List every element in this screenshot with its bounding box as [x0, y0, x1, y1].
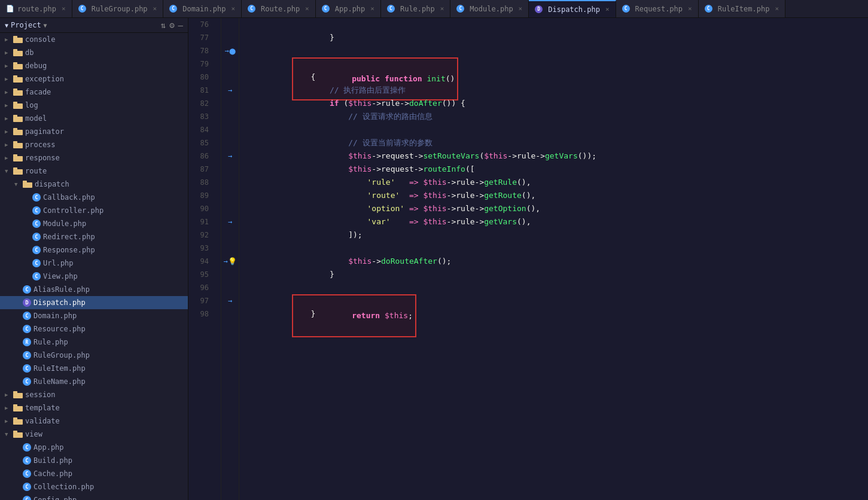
tab-rulegroup[interactable]: C RuleGroup.php ×	[72, 0, 164, 18]
svg-rect-7	[13, 75, 17, 78]
tab-close-domain[interactable]: ×	[231, 5, 235, 13]
sidebar-item-url[interactable]: C Url.php	[0, 257, 188, 270]
code-editor[interactable]: 76 77 78 79 80 81 82 83 84 85 86 87 88 8…	[188, 18, 868, 500]
breakpoint-78[interactable]: ⬤	[229, 48, 236, 54]
sidebar-item-build[interactable]: C Build.php	[0, 454, 188, 467]
svg-rect-21	[13, 167, 17, 170]
sidebar-item-validate[interactable]: ▶ validate	[0, 414, 188, 428]
sidebar-item-app[interactable]: C App.php	[0, 441, 188, 454]
tab-close-dispatch[interactable]: ×	[605, 5, 610, 13]
sidebar-item-response[interactable]: ▶ response	[0, 151, 188, 164]
code-line-96: return $this;	[245, 281, 868, 294]
svg-rect-22	[23, 182, 32, 188]
sidebar-item-rulename[interactable]: C RuleName.php	[0, 375, 188, 388]
gutter: → ⬤ → → →	[221, 18, 239, 500]
svg-rect-12	[13, 117, 23, 122]
tab-domain[interactable]: C Domain.php ×	[163, 0, 242, 18]
tab-dispatch[interactable]: D Dispatch.php ×	[529, 0, 616, 18]
sidebar-item-rulegroup-file[interactable]: C RuleGroup.php	[0, 349, 188, 362]
svg-rect-11	[13, 102, 17, 104]
sidebar-item-template[interactable]: ▶ template	[0, 401, 188, 414]
sidebar-item-callback[interactable]: C Callback.php	[0, 191, 188, 204]
tab-close-request[interactable]: ×	[688, 5, 692, 13]
sidebar-item-ruleitem-file[interactable]: C RuleItem.php	[0, 362, 188, 375]
tab-request[interactable]: C Request.php ×	[616, 0, 699, 18]
svg-rect-27	[13, 404, 17, 407]
gutter-arrow-94: →	[223, 257, 227, 266]
svg-rect-9	[13, 89, 17, 91]
sidebar-item-response-dispatch[interactable]: C Response.php	[0, 243, 188, 257]
settings-icon[interactable]: ⚙	[169, 20, 174, 30]
tab-close-app[interactable]: ×	[370, 5, 374, 13]
svg-rect-26	[13, 406, 23, 411]
sidebar-item-view-dispatch[interactable]: C View.php	[0, 270, 188, 283]
svg-rect-10	[13, 103, 23, 109]
tab-close-module[interactable]: ×	[519, 5, 523, 13]
sidebar-item-route[interactable]: ▼ route	[0, 164, 188, 178]
sidebar-item-controller-dispatch[interactable]: C Controller.php	[0, 204, 188, 217]
minimize-icon[interactable]: —	[178, 20, 183, 30]
collapse-all-icon[interactable]: ⇅	[161, 20, 166, 30]
sidebar-item-module-dispatch[interactable]: C Module.php	[0, 217, 188, 230]
sidebar-item-collection[interactable]: C Collection.php	[0, 480, 188, 493]
svg-rect-13	[13, 115, 17, 117]
tab-ruleitem[interactable]: C RuleItem.php ×	[699, 0, 785, 18]
sidebar-item-paginator[interactable]: ▶ paginator	[0, 125, 188, 138]
sidebar-item-resource[interactable]: C Resource.php	[0, 322, 188, 336]
sidebar-item-console[interactable]: ▶ console	[0, 33, 188, 46]
sidebar-item-view[interactable]: ▼ view	[0, 428, 188, 441]
tab-close-rulegroup[interactable]: ×	[153, 5, 157, 13]
svg-rect-19	[13, 154, 17, 157]
sidebar-item-debug[interactable]: ▶ debug	[0, 59, 188, 72]
code-line-77	[245, 31, 868, 44]
sidebar-item-cache[interactable]: C Cache.php	[0, 467, 188, 480]
svg-rect-5	[13, 62, 17, 65]
tab-app[interactable]: C App.php ×	[316, 0, 381, 18]
sidebar-item-process[interactable]: ▶ process	[0, 138, 188, 151]
gutter-arrow-78: →	[224, 47, 229, 55]
tab-close-route[interactable]: ×	[62, 5, 66, 13]
svg-rect-30	[13, 432, 23, 438]
sidebar-header: ▼ Project ▼ ⇅ ⚙ —	[0, 18, 188, 33]
svg-rect-15	[13, 128, 17, 130]
code-line-95	[245, 268, 868, 281]
svg-rect-25	[13, 391, 17, 394]
svg-rect-3	[13, 49, 17, 51]
svg-rect-24	[13, 393, 23, 398]
sidebar-item-rule-file[interactable]: R Rule.php	[0, 336, 188, 349]
svg-rect-17	[13, 141, 17, 144]
sidebar-item-model[interactable]: ▶ model	[0, 112, 188, 125]
tab-close-route2[interactable]: ×	[305, 5, 309, 13]
sidebar-item-dispatch-folder[interactable]: ▼ dispatch	[0, 178, 188, 191]
sidebar-item-session[interactable]: ▶ session	[0, 388, 188, 401]
tab-rule[interactable]: C Rule.php ×	[381, 0, 450, 18]
code-line-84: // 设置当前请求的参数	[245, 123, 868, 136]
sidebar-item-redirect[interactable]: C Redirect.php	[0, 230, 188, 243]
tab-route2[interactable]: C Route.php ×	[242, 0, 316, 18]
sidebar: ▼ Project ▼ ⇅ ⚙ — ▶ console ▶ db ▶ debug	[0, 18, 188, 500]
code-content: } public function init() { //	[239, 18, 868, 500]
tab-close-rule[interactable]: ×	[440, 5, 444, 13]
sidebar-item-exception[interactable]: ▶ exception	[0, 72, 188, 86]
sidebar-item-config[interactable]: C Config.php	[0, 493, 188, 500]
bulb-94[interactable]: 💡	[228, 257, 237, 266]
svg-rect-16	[13, 143, 23, 148]
sidebar-item-dispatch-file[interactable]: D Dispatch.php	[0, 296, 188, 309]
sidebar-item-aliasrule[interactable]: C AliasRule.php	[0, 283, 188, 296]
main-area: ▼ Project ▼ ⇅ ⚙ — ▶ console ▶ db ▶ debug	[0, 18, 868, 500]
sidebar-item-log[interactable]: ▶ log	[0, 99, 188, 112]
sidebar-item-domain[interactable]: C Domain.php	[0, 309, 188, 322]
tab-route[interactable]: 📄 route.php ×	[0, 0, 72, 18]
sidebar-item-facade[interactable]: ▶ facade	[0, 86, 188, 99]
code-area: 76 77 78 79 80 81 82 83 84 85 86 87 88 8…	[188, 18, 868, 500]
sidebar-item-db[interactable]: ▶ db	[0, 46, 188, 59]
svg-rect-0	[13, 38, 23, 43]
gutter-arrow-97: →	[228, 297, 232, 305]
tab-close-ruleitem[interactable]: ×	[775, 5, 779, 13]
svg-rect-23	[23, 181, 27, 183]
svg-rect-14	[13, 130, 23, 135]
tab-module[interactable]: C Module.php ×	[450, 0, 529, 18]
gutter-arrow-86: →	[228, 152, 232, 160]
svg-rect-4	[13, 64, 23, 69]
tab-bar: 📄 route.php × C RuleGroup.php × C Domain…	[0, 0, 868, 18]
